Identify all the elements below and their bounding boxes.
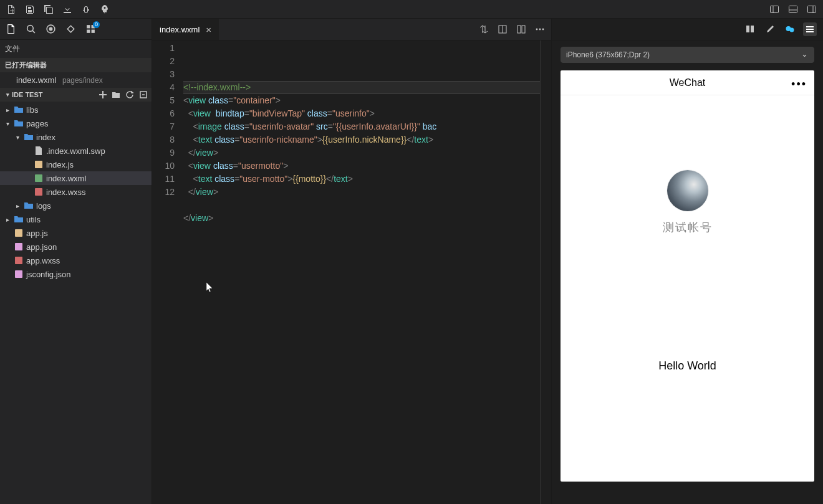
tree-item-app-wxss[interactable]: ▸app.wxss — [0, 254, 152, 267]
file-icon — [14, 228, 24, 238]
open-editor-path: pages/index — [62, 76, 103, 85]
tree-item-utils[interactable]: ▸utils — [0, 212, 152, 226]
svg-rect-34 — [806, 31, 814, 32]
refresh-action-icon[interactable] — [125, 90, 134, 99]
editor-area: index.wxml × 123456789101112 <!--index.w… — [152, 19, 551, 504]
tree-label: index.wxml — [46, 174, 86, 183]
nickname-text: 测试帐号 — [663, 220, 713, 235]
code-content[interactable]: <!--index.wxml--><view class="container"… — [183, 40, 540, 504]
new-file-icon[interactable] — [6, 4, 16, 14]
tree-label: index.js — [46, 160, 74, 169]
wechat-icon[interactable] — [783, 22, 797, 36]
debug-tab-icon[interactable] — [65, 24, 76, 35]
svg-rect-2 — [789, 6, 797, 12]
layout-icon[interactable] — [516, 24, 526, 34]
bug-icon[interactable] — [81, 4, 91, 14]
svg-point-28 — [539, 29, 541, 31]
save-all-icon[interactable] — [44, 4, 54, 14]
tree-label: libs — [26, 105, 39, 115]
list-icon[interactable] — [803, 22, 817, 36]
svg-point-27 — [536, 29, 538, 31]
motto-text: Hello World — [658, 359, 716, 373]
open-editor-name: index.wxml — [16, 75, 56, 85]
code-editor[interactable]: 123456789101112 <!--index.wxml--><view c… — [152, 40, 551, 504]
svg-line-7 — [32, 31, 35, 33]
tree-item-app-json[interactable]: ▸app.json — [0, 240, 152, 254]
close-icon[interactable]: × — [206, 24, 211, 35]
tree-label: app.json — [26, 242, 57, 252]
book-icon[interactable] — [743, 22, 757, 36]
download-icon[interactable] — [62, 4, 72, 14]
tree-item-pages[interactable]: ▾pages — [0, 116, 152, 130]
file-icon — [14, 242, 24, 252]
tree-label: utils — [26, 215, 41, 224]
panel-bottom-icon[interactable] — [788, 4, 798, 14]
rocket-icon[interactable] — [100, 4, 110, 14]
avatar[interactable] — [667, 170, 708, 211]
folder-icon — [24, 201, 34, 211]
tab-index-wxml[interactable]: index.wxml × — [152, 19, 219, 40]
svg-rect-26 — [522, 26, 525, 33]
tree-label: app.wxss — [26, 256, 60, 265]
tree-item-index-wxss[interactable]: ▸index.wxss — [0, 185, 152, 199]
simulator-menu-icon[interactable]: ••• — [791, 78, 807, 91]
minimap[interactable] — [540, 40, 551, 504]
project-header[interactable]: ▾ IDE TEST — [0, 88, 152, 102]
search-tab-icon[interactable] — [25, 24, 36, 35]
git-tab-icon[interactable] — [45, 24, 56, 35]
svg-rect-0 — [771, 6, 779, 12]
svg-rect-4 — [808, 6, 816, 12]
new-file-action-icon[interactable] — [98, 90, 107, 99]
tree-item-app-js[interactable]: ▸app.js — [0, 226, 152, 240]
compare-icon[interactable] — [479, 24, 489, 34]
open-editors-label[interactable]: 已打开编辑器 — [0, 58, 152, 72]
top-toolbar — [0, 0, 823, 19]
folder-icon — [24, 132, 34, 142]
svg-rect-32 — [806, 26, 814, 27]
project-name: IDE TEST — [12, 91, 43, 98]
file-section-label: 文件 — [0, 40, 152, 58]
simulator-frame: WeChat ••• 测试帐号 Hello World — [561, 70, 814, 482]
line-gutter: 123456789101112 — [152, 40, 183, 504]
device-select-wrap[interactable]: iPhone6 (375x667;Dpr 2) — [561, 47, 814, 63]
svg-rect-18 — [35, 188, 42, 196]
tree-item-index-wxml[interactable]: ▸index.wxml — [0, 171, 152, 185]
new-folder-action-icon[interactable] — [112, 90, 120, 99]
file-icon — [14, 269, 24, 279]
tree-item-libs[interactable]: ▸libs — [0, 103, 152, 116]
save-icon[interactable] — [25, 4, 35, 14]
tree-label: index.wxss — [46, 188, 86, 197]
folder-icon — [14, 214, 24, 224]
files-tab-icon[interactable] — [5, 24, 16, 35]
explorer-panel: 0 文件 已打开编辑器 index.wxml pages/index ▾ IDE… — [0, 19, 152, 504]
tree-item-jsconfig-json[interactable]: ▸jsconfig.json — [0, 267, 152, 281]
folder-icon — [14, 105, 24, 115]
extensions-tab-icon[interactable]: 0 — [85, 24, 96, 35]
tree-item-index-js[interactable]: ▸index.js — [0, 158, 152, 171]
tree-label: pages — [26, 119, 48, 128]
pen-icon[interactable] — [763, 22, 777, 36]
collapse-action-icon[interactable] — [139, 90, 148, 99]
editor-tabbar: index.wxml × — [152, 19, 551, 40]
tree-label: .index.wxml.swp — [46, 146, 105, 156]
simulator-title: WeChat — [670, 77, 706, 88]
open-editor-item[interactable]: index.wxml pages/index — [0, 72, 152, 88]
tree-label: index — [36, 133, 55, 142]
simulator-toolbar — [552, 19, 823, 40]
mouse-cursor-icon — [206, 282, 214, 293]
tree-item--index-wxml-swp[interactable]: ▸.index.wxml.swp — [0, 144, 152, 158]
more-icon[interactable] — [535, 24, 545, 34]
svg-rect-20 — [15, 243, 22, 250]
svg-rect-13 — [91, 30, 94, 33]
svg-point-6 — [27, 26, 33, 32]
tree-item-index[interactable]: ▾index — [0, 130, 152, 144]
simulator-body[interactable]: 测试帐号 Hello World — [561, 95, 814, 482]
panel-left-icon[interactable] — [769, 4, 779, 14]
tree-item-logs[interactable]: ▸logs — [0, 199, 152, 212]
split-icon[interactable] — [498, 24, 508, 34]
panel-right-icon[interactable] — [807, 4, 817, 14]
device-select[interactable]: iPhone6 (375x667;Dpr 2) — [561, 47, 814, 63]
svg-rect-33 — [806, 29, 814, 30]
svg-rect-25 — [517, 26, 521, 33]
svg-point-31 — [790, 28, 794, 32]
